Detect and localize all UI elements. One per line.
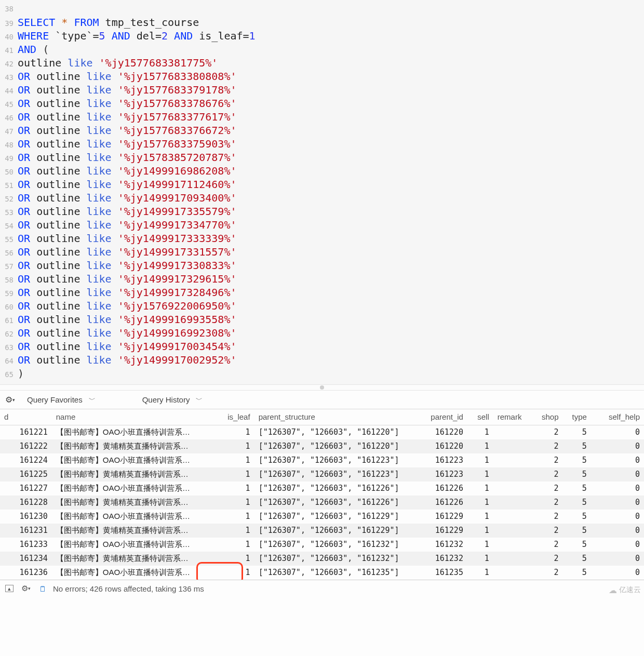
cell-d[interactable]: 161234 <box>0 552 52 566</box>
cell-ps[interactable]: ["126307", "126603", "161229"] <box>254 510 413 524</box>
cell-ps[interactable]: ["126307", "126603", "161232"] <box>254 538 413 552</box>
cell-remark[interactable] <box>493 425 534 439</box>
col-header-name[interactable]: name <box>52 409 217 425</box>
table-row[interactable]: 161236【图书邮寄】OAO小班直播特训营系…1["126307", "126… <box>0 566 644 580</box>
table-row[interactable]: 161224【图书邮寄】OAO小班直播特训营系…1["126307", "126… <box>0 453 644 467</box>
code-line[interactable]: 51OR outline like '%jy1499917112460%' <box>0 178 644 191</box>
cell-pid[interactable]: 161235 <box>413 566 467 580</box>
cell-shop[interactable]: 2 <box>534 481 562 496</box>
col-header-d[interactable]: d <box>0 409 52 425</box>
cell-shop[interactable]: 2 <box>534 496 562 510</box>
cell-sell[interactable]: 1 <box>467 552 493 566</box>
cell-type[interactable]: 5 <box>563 481 591 496</box>
cell-ps[interactable]: ["126307", "126603", "161235"] <box>254 566 413 580</box>
cell-ps[interactable]: ["126307", "126603", "161220"] <box>254 425 413 439</box>
cell-sell[interactable]: 1 <box>467 496 493 510</box>
cell-d[interactable]: 161221 <box>0 425 52 439</box>
cell-type[interactable]: 5 <box>563 566 591 580</box>
cell-remark[interactable] <box>493 481 534 496</box>
cell-d[interactable]: 161228 <box>0 496 52 510</box>
cell-name[interactable]: 【图书邮寄】黄埔精英直播特训营系… <box>52 524 217 538</box>
cell-d[interactable]: 161224 <box>0 453 52 467</box>
col-header-sell[interactable]: sell <box>467 409 493 425</box>
code-line[interactable]: 53OR outline like '%jy1499917335579%' <box>0 205 644 218</box>
table-row[interactable]: 161231【图书邮寄】黄埔精英直播特训营系…1["126307", "1266… <box>0 524 644 538</box>
cell-pid[interactable]: 161226 <box>413 496 467 510</box>
table-row[interactable]: 161234【图书邮寄】黄埔精英直播特训营系…1["126307", "1266… <box>0 552 644 566</box>
cell-type[interactable]: 5 <box>563 524 591 538</box>
cell-self[interactable]: 0 <box>591 481 644 496</box>
code-line[interactable]: 45OR outline like '%jy1577683378676%' <box>0 97 644 110</box>
code-line[interactable]: 42outline like '%jy1577683381775%' <box>0 56 644 70</box>
pane-drag-handle[interactable] <box>0 384 644 391</box>
cell-type[interactable]: 5 <box>563 439 591 453</box>
query-history-dropdown[interactable]: Query History ﹀ <box>142 395 203 405</box>
table-row[interactable]: 161230【图书邮寄】OAO小班直播特训营系…1["126307", "126… <box>0 510 644 524</box>
table-row[interactable]: 161228【图书邮寄】黄埔精英直播特训营系…1["126307", "1266… <box>0 496 644 510</box>
cell-shop[interactable]: 2 <box>534 453 562 467</box>
cell-pid[interactable]: 161232 <box>413 538 467 552</box>
cell-remark[interactable] <box>493 467 534 481</box>
col-header-remark[interactable]: remark <box>493 409 534 425</box>
cell-self[interactable]: 0 <box>591 510 644 524</box>
cell-pid[interactable]: 161223 <box>413 467 467 481</box>
cell-is_leaf[interactable]: 1 <box>217 481 254 496</box>
gear-icon[interactable]: ⚙︎▾ <box>20 582 32 595</box>
cell-ps[interactable]: ["126307", "126603", "161223"] <box>254 453 413 467</box>
cell-remark[interactable] <box>493 439 534 453</box>
cell-pid[interactable]: 161229 <box>413 510 467 524</box>
cell-sell[interactable]: 1 <box>467 510 493 524</box>
cell-sell[interactable]: 1 <box>467 439 493 453</box>
cell-sell[interactable]: 1 <box>467 538 493 552</box>
col-header-parent_id[interactable]: parent_id <box>413 409 467 425</box>
cell-is_leaf[interactable]: 1 <box>217 439 254 453</box>
table-row[interactable]: 161225【图书邮寄】黄埔精英直播特训营系…1["126307", "1266… <box>0 467 644 481</box>
code-line[interactable]: 54OR outline like '%jy1499917334770%' <box>0 218 644 232</box>
cell-name[interactable]: 【图书邮寄】OAO小班直播特训营系… <box>52 453 217 467</box>
cell-sell[interactable]: 1 <box>467 425 493 439</box>
code-line[interactable]: 52OR outline like '%jy1499917093400%' <box>0 191 644 205</box>
cell-self[interactable]: 0 <box>591 566 644 580</box>
code-line[interactable]: 47OR outline like '%jy1577683376672%' <box>0 124 644 137</box>
cell-sell[interactable]: 1 <box>467 453 493 467</box>
cell-type[interactable]: 5 <box>563 467 591 481</box>
col-header-shop[interactable]: shop <box>534 409 562 425</box>
cell-type[interactable]: 5 <box>563 552 591 566</box>
cell-name[interactable]: 【图书邮寄】OAO小班直播特训营系… <box>52 481 217 496</box>
cell-remark[interactable] <box>493 510 534 524</box>
cell-pid[interactable]: 161229 <box>413 524 467 538</box>
cell-remark[interactable] <box>493 566 534 580</box>
cell-type[interactable]: 5 <box>563 453 591 467</box>
code-line[interactable]: 64OR outline like '%jy1499917002952%' <box>0 353 644 367</box>
code-line[interactable]: 56OR outline like '%jy1499917331557%' <box>0 245 644 259</box>
code-line[interactable]: 43OR outline like '%jy1577683380808%' <box>0 70 644 83</box>
cell-self[interactable]: 0 <box>591 425 644 439</box>
cell-type[interactable]: 5 <box>563 538 591 552</box>
cell-shop[interactable]: 2 <box>534 552 562 566</box>
cell-sell[interactable]: 1 <box>467 467 493 481</box>
cell-is_leaf[interactable]: 1 <box>217 425 254 439</box>
cell-shop[interactable]: 2 <box>534 425 562 439</box>
cell-shop[interactable]: 2 <box>534 566 562 580</box>
cell-d[interactable]: 161227 <box>0 481 52 496</box>
layout-toggle-icon[interactable]: ▴ <box>3 582 16 595</box>
cell-name[interactable]: 【图书邮寄】黄埔精英直播特训营系… <box>52 439 217 453</box>
code-line[interactable]: 48OR outline like '%jy1577683375903%' <box>0 137 644 151</box>
cell-remark[interactable] <box>493 552 534 566</box>
cell-is_leaf[interactable]: 1 <box>217 566 254 580</box>
cell-is_leaf[interactable]: 1 <box>217 510 254 524</box>
cell-self[interactable]: 0 <box>591 439 644 453</box>
gear-icon[interactable]: ⚙︎▾ <box>3 394 17 406</box>
cell-name[interactable]: 【图书邮寄】黄埔精英直播特训营系… <box>52 467 217 481</box>
cell-ps[interactable]: ["126307", "126603", "161232"] <box>254 552 413 566</box>
code-line[interactable]: 61OR outline like '%jy1499916993558%' <box>0 313 644 326</box>
cell-is_leaf[interactable]: 1 <box>217 538 254 552</box>
sql-editor[interactable]: 3839SELECT * FROM tmp_test_course40WHERE… <box>0 0 644 384</box>
cell-sell[interactable]: 1 <box>467 566 493 580</box>
table-row[interactable]: 161221【图书邮寄】OAO小班直播特训营系…1["126307", "126… <box>0 425 644 439</box>
code-line[interactable]: 65) <box>0 367 644 380</box>
col-header-is_leaf[interactable]: is_leaf <box>217 409 254 425</box>
cell-name[interactable]: 【图书邮寄】OAO小班直播特训营系… <box>52 566 217 580</box>
cell-shop[interactable]: 2 <box>534 524 562 538</box>
cell-ps[interactable]: ["126307", "126603", "161229"] <box>254 524 413 538</box>
